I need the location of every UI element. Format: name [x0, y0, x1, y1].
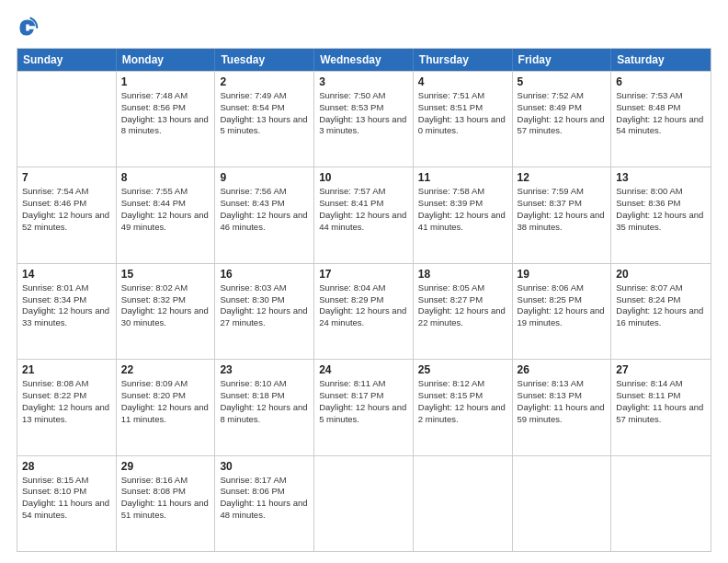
day-number: 18 — [418, 268, 507, 281]
sunrise-text: Sunrise: 8:03 AM — [220, 282, 309, 294]
day-cell-2: 2Sunrise: 7:49 AMSunset: 8:54 PMDaylight… — [215, 72, 314, 167]
daylight-text: Daylight: 12 hours and 49 minutes. — [121, 210, 210, 234]
day-cell-26: 26Sunrise: 8:13 AMSunset: 8:13 PMDayligh… — [513, 360, 612, 454]
header-day-wednesday: Wednesday — [314, 49, 414, 71]
sunrise-text: Sunrise: 7:56 AM — [220, 186, 309, 198]
day-info: Sunrise: 8:02 AMSunset: 8:32 PMDaylight:… — [121, 282, 210, 329]
day-cell-12: 12Sunrise: 7:59 AMSunset: 8:37 PMDayligh… — [513, 167, 612, 262]
sunrise-text: Sunrise: 8:13 AM — [518, 378, 607, 390]
day-cell-9: 9Sunrise: 7:56 AMSunset: 8:43 PMDaylight… — [215, 167, 314, 262]
daylight-text: Daylight: 12 hours and 54 minutes. — [616, 114, 706, 138]
day-cell-5: 5Sunrise: 7:52 AMSunset: 8:49 PMDaylight… — [513, 72, 612, 167]
day-info: Sunrise: 7:59 AMSunset: 8:37 PMDaylight:… — [518, 186, 607, 233]
header-day-tuesday: Tuesday — [215, 49, 314, 71]
day-info: Sunrise: 7:56 AMSunset: 8:43 PMDaylight:… — [220, 186, 309, 233]
calendar-header-row: SundayMondayTuesdayWednesdayThursdayFrid… — [17, 49, 711, 71]
sunrise-text: Sunrise: 7:55 AM — [121, 186, 210, 198]
day-number: 3 — [319, 75, 408, 88]
day-cell-25: 25Sunrise: 8:12 AMSunset: 8:15 PMDayligh… — [414, 360, 513, 454]
sunset-text: Sunset: 8:37 PM — [518, 198, 607, 210]
daylight-text: Daylight: 12 hours and 24 minutes. — [319, 305, 408, 329]
daylight-text: Daylight: 12 hours and 35 minutes. — [616, 210, 706, 234]
day-info: Sunrise: 7:58 AMSunset: 8:39 PMDaylight:… — [418, 186, 507, 233]
day-info: Sunrise: 8:01 AMSunset: 8:34 PMDaylight:… — [22, 282, 111, 329]
day-cell-17: 17Sunrise: 8:04 AMSunset: 8:29 PMDayligh… — [314, 264, 414, 359]
day-number: 14 — [22, 268, 111, 281]
day-number: 15 — [121, 268, 210, 281]
daylight-text: Daylight: 11 hours and 48 minutes. — [220, 498, 309, 522]
day-info: Sunrise: 8:10 AMSunset: 8:18 PMDaylight:… — [220, 378, 309, 425]
sunrise-text: Sunrise: 8:17 AM — [220, 475, 309, 487]
day-number: 7 — [22, 171, 111, 184]
day-cell-16: 16Sunrise: 8:03 AMSunset: 8:30 PMDayligh… — [215, 264, 314, 359]
day-number: 11 — [418, 171, 507, 184]
sunset-text: Sunset: 8:39 PM — [418, 198, 507, 210]
sunrise-text: Sunrise: 7:58 AM — [418, 186, 507, 198]
sunrise-text: Sunrise: 8:04 AM — [319, 282, 408, 294]
day-cell-28: 28Sunrise: 8:15 AMSunset: 8:10 PMDayligh… — [17, 456, 117, 551]
day-number: 1 — [121, 75, 210, 88]
day-cell-20: 20Sunrise: 8:07 AMSunset: 8:24 PMDayligh… — [611, 264, 711, 359]
day-info: Sunrise: 8:04 AMSunset: 8:29 PMDaylight:… — [319, 282, 408, 329]
sunset-text: Sunset: 8:30 PM — [220, 294, 309, 306]
sunset-text: Sunset: 8:18 PM — [220, 390, 309, 402]
day-info: Sunrise: 7:52 AMSunset: 8:49 PMDaylight:… — [518, 90, 607, 137]
day-info: Sunrise: 8:07 AMSunset: 8:24 PMDaylight:… — [616, 282, 706, 329]
daylight-text: Daylight: 13 hours and 3 minutes. — [319, 114, 408, 138]
daylight-text: Daylight: 13 hours and 8 minutes. — [121, 114, 210, 138]
day-number: 29 — [121, 460, 210, 473]
daylight-text: Daylight: 12 hours and 22 minutes. — [418, 305, 507, 329]
day-cell-15: 15Sunrise: 8:02 AMSunset: 8:32 PMDayligh… — [117, 264, 216, 359]
sunset-text: Sunset: 8:08 PM — [121, 486, 210, 498]
sunset-text: Sunset: 8:32 PM — [121, 294, 210, 306]
sunrise-text: Sunrise: 8:14 AM — [616, 378, 706, 390]
sunrise-text: Sunrise: 8:12 AM — [418, 378, 507, 390]
logo — [17, 17, 42, 39]
day-number: 27 — [616, 363, 706, 376]
day-info: Sunrise: 7:54 AMSunset: 8:46 PMDaylight:… — [22, 186, 111, 233]
sunrise-text: Sunrise: 8:15 AM — [22, 475, 111, 487]
day-info: Sunrise: 7:48 AMSunset: 8:56 PMDaylight:… — [121, 90, 210, 137]
day-info: Sunrise: 8:11 AMSunset: 8:17 PMDaylight:… — [319, 378, 408, 425]
day-number: 4 — [418, 75, 507, 88]
sunset-text: Sunset: 8:17 PM — [319, 390, 408, 402]
sunrise-text: Sunrise: 7:52 AM — [518, 90, 607, 102]
day-info: Sunrise: 8:16 AMSunset: 8:08 PMDaylight:… — [121, 475, 210, 522]
sunset-text: Sunset: 8:22 PM — [22, 390, 111, 402]
sunrise-text: Sunrise: 8:16 AM — [121, 475, 210, 487]
day-info: Sunrise: 8:03 AMSunset: 8:30 PMDaylight:… — [220, 282, 309, 329]
daylight-text: Daylight: 12 hours and 2 minutes. — [418, 402, 507, 426]
day-number: 26 — [518, 363, 607, 376]
sunset-text: Sunset: 8:20 PM — [121, 390, 210, 402]
sunset-text: Sunset: 8:06 PM — [220, 486, 309, 498]
sunrise-text: Sunrise: 8:09 AM — [121, 378, 210, 390]
day-number: 6 — [616, 75, 706, 88]
sunset-text: Sunset: 8:25 PM — [518, 294, 607, 306]
daylight-text: Daylight: 12 hours and 16 minutes. — [616, 305, 706, 329]
day-cell-21: 21Sunrise: 8:08 AMSunset: 8:22 PMDayligh… — [17, 360, 117, 454]
day-cell-7: 7Sunrise: 7:54 AMSunset: 8:46 PMDaylight… — [17, 167, 117, 262]
day-info: Sunrise: 8:17 AMSunset: 8:06 PMDaylight:… — [220, 475, 309, 522]
day-info: Sunrise: 8:14 AMSunset: 8:11 PMDaylight:… — [616, 378, 706, 425]
sunset-text: Sunset: 8:24 PM — [616, 294, 706, 306]
day-number: 22 — [121, 363, 210, 376]
sunset-text: Sunset: 8:53 PM — [319, 102, 408, 114]
sunrise-text: Sunrise: 8:10 AM — [220, 378, 309, 390]
sunset-text: Sunset: 8:36 PM — [616, 198, 706, 210]
day-cell-18: 18Sunrise: 8:05 AMSunset: 8:27 PMDayligh… — [414, 264, 513, 359]
sunrise-text: Sunrise: 7:50 AM — [319, 90, 408, 102]
day-number: 17 — [319, 268, 408, 281]
daylight-text: Daylight: 12 hours and 52 minutes. — [22, 210, 111, 234]
day-cell-27: 27Sunrise: 8:14 AMSunset: 8:11 PMDayligh… — [611, 360, 711, 454]
header-day-sunday: Sunday — [17, 49, 117, 71]
daylight-text: Daylight: 12 hours and 33 minutes. — [22, 305, 111, 329]
daylight-text: Daylight: 12 hours and 27 minutes. — [220, 305, 309, 329]
daylight-text: Daylight: 12 hours and 38 minutes. — [518, 210, 607, 234]
daylight-text: Daylight: 11 hours and 54 minutes. — [22, 498, 111, 522]
header-day-thursday: Thursday — [414, 49, 513, 71]
day-number: 19 — [518, 268, 607, 281]
day-number: 16 — [220, 268, 309, 281]
daylight-text: Daylight: 13 hours and 5 minutes. — [220, 114, 309, 138]
day-number: 9 — [220, 171, 309, 184]
sunrise-text: Sunrise: 7:59 AM — [518, 186, 607, 198]
